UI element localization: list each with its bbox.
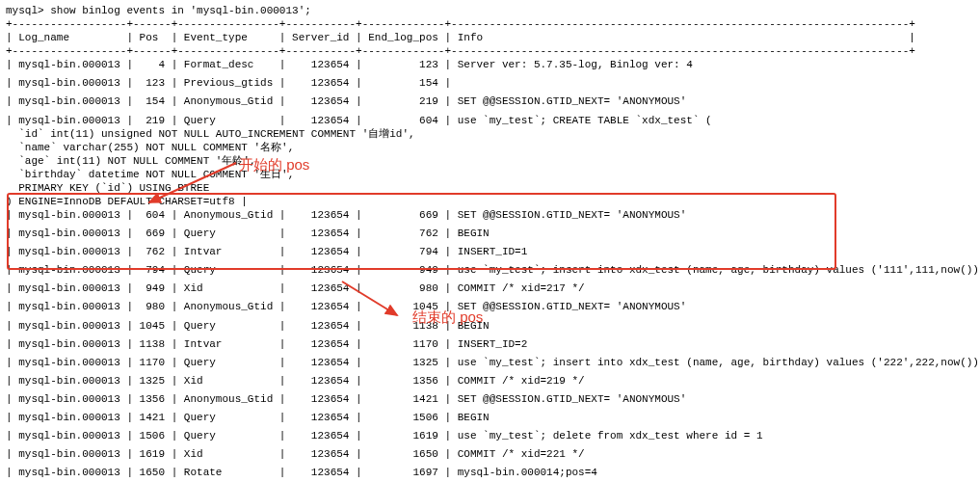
table-row: | mysql-bin.000013 | 669 | Query | 12365… (6, 227, 974, 240)
table-row: | mysql-bin.000013 | 794 | Query | 12365… (6, 263, 974, 277)
table-row: | mysql-bin.000013 | 1045 | Query | 1236… (6, 319, 974, 333)
table-row-continuation: ) ENGINE=InnoDB DEFAULT CHARSET=utf8 | (6, 195, 974, 208)
table-row-continuation: `id` int(11) unsigned NOT NULL AUTO_INCR… (6, 127, 974, 141)
table-body: | mysql-bin.000013 | 4 | Format_desc | 1… (6, 58, 974, 482)
terminal-output: mysql> show binlog events in 'mysql-bin.… (0, 0, 980, 482)
mysql-prompt: mysql> show binlog events in 'mysql-bin.… (6, 4, 974, 17)
table-row: | mysql-bin.000013 | 762 | Intvar | 1236… (6, 245, 974, 258)
table-row: | mysql-bin.000013 | 219 | Query | 12365… (6, 114, 974, 127)
table-row-continuation: `name` varchar(255) NOT NULL COMMENT '名称… (6, 141, 974, 154)
table-header: | Log_name | Pos | Event_type | Server_i… (6, 31, 974, 44)
table-row: | mysql-bin.000013 | 123 | Previous_gtid… (6, 76, 974, 90)
table-row-continuation: `age` int(11) NOT NULL COMMENT '年龄', (6, 154, 974, 168)
table-row: | mysql-bin.000013 | 1421 | Query | 1236… (6, 411, 974, 424)
table-border-top: +------------------+------+-------------… (6, 17, 974, 31)
table-row-continuation: PRIMARY KEY (`id`) USING BTREE (6, 181, 974, 195)
table-row: | mysql-bin.000013 | 1619 | Xid | 123654… (6, 447, 974, 461)
table-row: | mysql-bin.000013 | 1325 | Xid | 123654… (6, 374, 974, 388)
table-row: | mysql-bin.000013 | 604 | Anonymous_Gti… (6, 208, 974, 222)
table-row: | mysql-bin.000013 | 980 | Anonymous_Gti… (6, 300, 974, 313)
table-row: | mysql-bin.000013 | 1650 | Rotate | 123… (6, 466, 974, 479)
table-border-mid: +------------------+------+-------------… (6, 44, 974, 58)
table-row-continuation: `birthday` datetime NOT NULL COMMENT '生日… (6, 168, 974, 181)
table-row: | mysql-bin.000013 | 154 | Anonymous_Gti… (6, 94, 974, 108)
table-row: | mysql-bin.000013 | 1138 | Intvar | 123… (6, 337, 974, 351)
table-row: | mysql-bin.000013 | 4 | Format_desc | 1… (6, 58, 974, 71)
table-row: | mysql-bin.000013 | 1506 | Query | 1236… (6, 429, 974, 442)
table-row: | mysql-bin.000013 | 949 | Xid | 123654 … (6, 281, 974, 295)
table-row: | mysql-bin.000013 | 1356 | Anonymous_Gt… (6, 392, 974, 406)
table-row: | mysql-bin.000013 | 1170 | Query | 1236… (6, 356, 974, 369)
